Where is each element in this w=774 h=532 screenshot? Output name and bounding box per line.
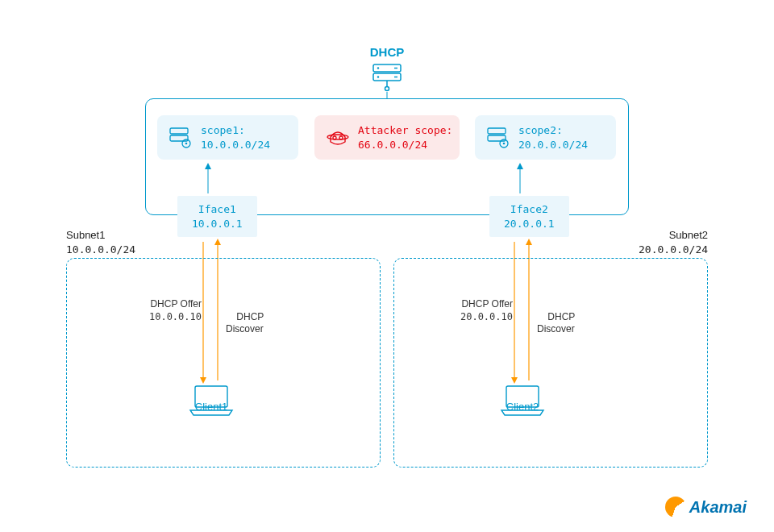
scope1-label: scope1: — [201, 124, 245, 136]
attacker-label: Attacker scope: — [358, 124, 452, 136]
svg-rect-28 — [488, 128, 506, 134]
discover1-title: DHCP Discover — [226, 311, 264, 335]
scope2-box: scope2: 20.0.0.0/24 — [475, 115, 616, 160]
offer2-ip: 20.0.0.10 — [448, 311, 513, 324]
subnet1-frame — [66, 258, 381, 468]
iface1-ip: 10.0.0.1 — [192, 217, 243, 231]
client2-label: Client2 — [490, 401, 555, 413]
svg-marker-12 — [526, 239, 532, 245]
scope2-label: scope2: — [518, 124, 563, 136]
client2-box: Client2 — [490, 383, 555, 413]
subnet1-name: Subnet1 — [66, 228, 135, 243]
svg-point-31 — [503, 142, 506, 144]
server-scope-icon — [486, 126, 510, 150]
scope2-cidr: 20.0.0.0/24 — [518, 139, 588, 151]
attacker-icon — [326, 126, 350, 150]
subnet2-frame — [393, 258, 708, 468]
server-scope-icon — [169, 126, 193, 150]
svg-rect-22 — [170, 135, 188, 141]
scope1-box: scope1: 10.0.0.0/24 — [157, 115, 298, 160]
akamai-logo: Akamai — [665, 497, 747, 517]
dhcp-offer1-label: DHCP Offer 10.0.0.10 — [137, 298, 202, 323]
client1-box: Client1 — [179, 383, 243, 413]
subnet2-label: Subnet2 20.0.0.0/24 — [639, 228, 708, 256]
scope1-cidr: 10.0.0.0/24 — [201, 139, 270, 151]
dhcp-discover2-label: DHCP Discover — [537, 298, 601, 348]
subnet1-cidr: 10.0.0.0/24 — [66, 243, 135, 257]
iface1-box: Iface1 10.0.0.1 — [177, 196, 257, 237]
svg-rect-21 — [170, 128, 188, 134]
brand-text: Akamai — [689, 498, 747, 517]
offer1-ip: 10.0.0.10 — [137, 311, 202, 324]
dhcp-discover1-label: DHCP Discover — [226, 298, 290, 348]
svg-marker-8 — [214, 239, 221, 245]
attacker-cidr: 66.0.0.0/24 — [358, 139, 427, 151]
svg-point-15 — [377, 67, 379, 69]
server-icon — [370, 63, 404, 94]
iface1-name: Iface1 — [192, 202, 243, 217]
offer1-title: DHCP Offer — [137, 298, 202, 311]
iface2-ip: 20.0.0.1 — [504, 217, 555, 231]
iface2-box: Iface2 20.0.0.1 — [489, 196, 569, 237]
svg-rect-29 — [488, 135, 506, 141]
client1-label: Client1 — [179, 401, 243, 413]
svg-point-24 — [185, 142, 188, 144]
subnet1-label: Subnet1 10.0.0.0/24 — [66, 228, 135, 256]
akamai-swoosh-icon — [665, 497, 686, 517]
discover2-title: DHCP Discover — [537, 311, 575, 335]
offer2-title: DHCP Offer — [448, 298, 513, 311]
dhcp-offer2-label: DHCP Offer 20.0.0.10 — [448, 298, 513, 323]
dhcp-title: DHCP — [370, 45, 405, 59]
attacker-scope-box: Attacker scope: 66.0.0.0/24 — [314, 115, 460, 160]
iface2-name: Iface2 — [504, 202, 555, 217]
svg-point-20 — [385, 87, 389, 91]
subnet2-cidr: 20.0.0.0/24 — [639, 243, 708, 257]
svg-point-16 — [377, 76, 379, 77]
subnet2-name: Subnet2 — [639, 228, 708, 243]
